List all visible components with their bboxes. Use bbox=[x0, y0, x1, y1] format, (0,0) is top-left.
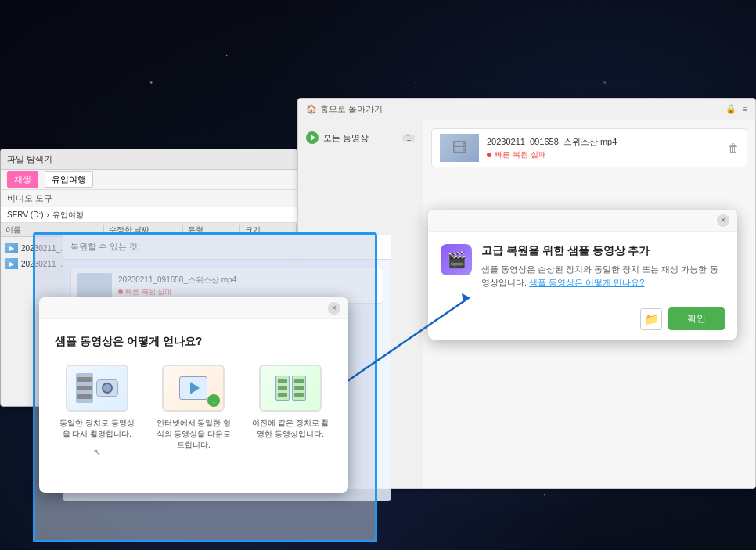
folder-icon: 📁 bbox=[645, 313, 658, 325]
status-text: 빠른 복원 실패 bbox=[495, 149, 546, 160]
sample-dialog-body: 샘플 동영상은 어떻게 얻나요? bbox=[39, 319, 348, 474]
folder-label: 유입여행 bbox=[52, 210, 84, 221]
delete-icon[interactable]: 🗑 bbox=[728, 142, 739, 154]
menu-icon: ≡ bbox=[743, 104, 747, 114]
advanced-dialog-footer: 📁 확인 bbox=[428, 301, 737, 340]
sample-option-icon-2: ↓ bbox=[162, 365, 225, 412]
video-item-row[interactable]: 🎞 20230211_091658_스위스산.mp4 빠른 복원 실패 🗑 bbox=[431, 128, 747, 167]
folder-button[interactable]: 📁 bbox=[640, 308, 662, 330]
tab-new[interactable]: 재생 bbox=[7, 171, 38, 188]
advanced-dialog-body: 🎬 고급 복원을 위한 샘플 동영상 추가 샘플 동영상은 손상된 장치와 동일… bbox=[428, 232, 737, 301]
advanced-dialog-close-button[interactable]: × bbox=[717, 214, 729, 227]
dialog-text-area: 고급 복원을 위한 샘플 동영상 추가 샘플 동영상은 손상된 장치와 동일한 … bbox=[481, 244, 725, 289]
file-icon: ▶ bbox=[5, 258, 18, 269]
titlebar-controls: 🔒 ≡ bbox=[725, 104, 747, 114]
confirm-button[interactable]: 확인 bbox=[668, 307, 725, 330]
sample-option-1: 동일한 장치로 동영상을 다시 촬영합니다. ↖ bbox=[58, 365, 136, 458]
all-videos-count: 1 bbox=[402, 134, 415, 142]
advanced-dialog-titlebar: × bbox=[428, 210, 737, 232]
dialog-desc-text: 샘플 동영상은 손상된 장치와 동일한 장치 또는 재생 가능한 동영상입니다.… bbox=[481, 263, 725, 289]
path-separator: › bbox=[47, 210, 49, 219]
sample-dialog-titlebar: × bbox=[39, 297, 348, 319]
play-icon bbox=[306, 131, 319, 144]
dialog-icon: 🎬 bbox=[441, 244, 472, 275]
video-tools-label: 비디오 도구 bbox=[7, 192, 52, 204]
sample-dialog-title: 샘플 동영상은 어떻게 얻나요? bbox=[55, 335, 333, 349]
file-explorer-menu: 비디오 도구 bbox=[1, 190, 297, 207]
home-label: 홈으로 돌아가기 bbox=[320, 103, 383, 115]
sample-option-text-3: 이전에 같은 장치로 촬영한 동영상입니다. bbox=[251, 418, 329, 440]
sample-option-icon-1 bbox=[66, 365, 128, 412]
file-explorer-path: SERV (D:) › 유입여행 bbox=[1, 207, 297, 223]
file-icon: ▶ bbox=[5, 243, 18, 253]
advanced-recovery-dialog: × 🎬 고급 복원을 위한 샘플 동영상 추가 샘플 동영상은 손상된 장치와 … bbox=[428, 210, 737, 340]
video-status: 빠른 복원 실패 bbox=[487, 149, 728, 160]
home-icon: 🏠 bbox=[306, 104, 317, 114]
file-explorer-titlebar: 파일 탐색기 bbox=[1, 149, 297, 170]
recovery-icon: 🎬 bbox=[447, 250, 466, 269]
drive-label: SERV (D:) bbox=[7, 210, 44, 219]
cursor-icon-1: ↖ bbox=[91, 446, 103, 458]
sample-dialog-close-button[interactable]: × bbox=[328, 302, 340, 315]
sample-options-container: 동일한 장치로 동영상을 다시 촬영합니다. ↖ ↓ 인터넷에서 동일한 형식의… bbox=[55, 365, 333, 458]
film-icon: 🎞 bbox=[440, 134, 479, 162]
all-videos-label: 모든 동영상 bbox=[323, 132, 369, 144]
sample-option-text-1: 동일한 장치로 동영상을 다시 촬영합니다. bbox=[58, 418, 136, 440]
video-thumbnail: 🎞 bbox=[440, 134, 479, 162]
close-icon: × bbox=[721, 216, 725, 225]
sample-option-icon-3 bbox=[259, 365, 322, 412]
sample-option-text-2: 인터넷에서 동일한 형식의 동영상을 다운로드합니다. bbox=[154, 418, 232, 451]
sample-video-dialog: × 샘플 동영상은 어떻게 얻나요? bbox=[39, 297, 348, 493]
sample-dialog-footer bbox=[39, 474, 348, 493]
tab-merge[interactable]: 유입여행 bbox=[45, 171, 93, 188]
dialog-link[interactable]: 샘플 동영상은 어떻게 만나요? bbox=[529, 278, 644, 287]
video-filename: 20230211_091658_스위스산.mp4 bbox=[487, 136, 728, 148]
main-titlebar: 🏠 홈으로 돌아가기 🔒 ≡ bbox=[298, 99, 755, 120]
video-info: 20230211_091658_스위스산.mp4 빠른 복원 실패 bbox=[487, 136, 728, 160]
file-explorer-title: 파일 탐색기 bbox=[7, 153, 52, 165]
sidebar-item-all-videos[interactable]: 모든 동영상 1 bbox=[298, 127, 423, 149]
sample-option-2: ↓ 인터넷에서 동일한 형식의 동영상을 다운로드합니다. bbox=[154, 365, 232, 458]
sample-option-3: 이전에 같은 장치로 촬영한 동영상입니다. bbox=[251, 365, 329, 458]
dialog-title-text: 고급 복원을 위한 샘플 동영상 추가 bbox=[481, 244, 725, 258]
status-indicator bbox=[487, 153, 491, 157]
lock-icon: 🔒 bbox=[725, 104, 736, 114]
home-nav[interactable]: 🏠 홈으로 돌아가기 bbox=[306, 103, 383, 115]
close-icon: × bbox=[332, 304, 337, 312]
file-explorer-toolbar: 재생 유입여행 bbox=[1, 170, 297, 190]
